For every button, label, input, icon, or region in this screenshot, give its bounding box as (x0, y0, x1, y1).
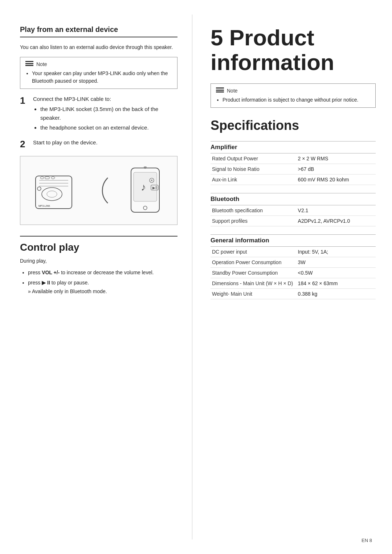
spec-label: Standby Power Consumption (211, 268, 297, 278)
chapter-num: 5 Productinformation (211, 25, 376, 75)
step1-num: 1 (20, 95, 33, 106)
svg-rect-0 (36, 176, 72, 209)
spec-label: Support profiles (211, 216, 297, 226)
spec-label: Dimensions - Main Unit (W × H × D) (211, 278, 297, 289)
step1: 1 Connect the MP3-LINK cable to: the MP3… (20, 95, 177, 133)
amplifier-table: Rated Output Power2 × 2 W RMSSignal to N… (211, 153, 376, 185)
spec-title: Specifications (211, 118, 376, 133)
spec-label: DC power input (211, 247, 297, 257)
step1-bullet-1: the MP3-LINK socket (3.5mm) on the back … (40, 105, 177, 122)
svg-rect-15 (144, 167, 147, 169)
note-text-right: Product information is subject to change… (222, 96, 370, 104)
step1-text: Connect the MP3-LINK cable to: (33, 96, 111, 102)
bluetooth-title: Bluetooth (211, 193, 376, 205)
spec-value: V2.1 (297, 205, 376, 216)
spec-label: Rated Output Power (211, 153, 297, 164)
spec-label: Operation Power Consumption (211, 257, 297, 268)
svg-text:♪: ♪ (141, 181, 146, 193)
page-number: EN 8 (362, 538, 372, 543)
control-bullet-1: press VOL +/- to increase or decrease th… (28, 268, 177, 277)
note-label-left: Note (36, 61, 47, 67)
svg-text:MP3-LINK: MP3-LINK (38, 205, 50, 207)
bluetooth-table: Bluetooth specificationV2.1Support profi… (211, 205, 376, 226)
spec-value: 0.388 kg (297, 289, 376, 299)
step1-bullets: the MP3-LINK socket (3.5mm) on the back … (33, 105, 177, 132)
note-box-right: Note Product information is subject to c… (211, 83, 376, 108)
table-row: Bluetooth specificationV2.1 (211, 205, 376, 216)
spec-value: 2 × 2 W RMS (297, 153, 376, 164)
spec-value: 3W (297, 257, 376, 268)
step2-num: 2 (20, 138, 33, 149)
table-row: Signal to Noise Ratio>67 dB (211, 164, 376, 175)
during-play-text: During play, (20, 257, 177, 265)
intro-text: You can also listen to an external audio… (20, 43, 177, 51)
step2: 2 Start to play on the device. (20, 138, 177, 149)
table-row: Rated Output Power2 × 2 W RMS (211, 153, 376, 164)
control-bullets: press VOL +/- to increase or decrease th… (20, 268, 177, 296)
svg-point-14 (143, 206, 147, 210)
spec-value: Input: 5V, 1A; (297, 247, 376, 257)
note-icon-left (25, 61, 33, 67)
step2-content: Start to play on the device. (33, 138, 177, 147)
connection-diagram: MP3-LINK (20, 156, 177, 225)
table-row: Aux-in Link600 mV RMS 20 kohm (211, 175, 376, 185)
svg-point-4 (42, 188, 62, 201)
table-row: Operation Power Consumption3W (211, 257, 376, 268)
amplifier-section: Amplifier Rated Output Power2 × 2 W RMSS… (211, 141, 376, 185)
spec-label: Bluetooth specification (211, 205, 297, 216)
note-text-left: Your speaker can play under MP3-LINK aud… (32, 70, 172, 85)
spec-value: <0.5W (297, 268, 376, 278)
table-row: Weight- Main Unit0.388 kg (211, 289, 376, 299)
spec-value: A2DPv1.2, AVRCPv1.0 (297, 216, 376, 226)
spec-label: Weight- Main Unit (211, 289, 297, 299)
table-row: Standby Power Consumption<0.5W (211, 268, 376, 278)
step1-content: Connect the MP3-LINK cable to: the MP3-L… (33, 95, 177, 133)
speaker-svg: MP3-LINK (32, 165, 90, 216)
table-row: Dimensions - Main Unit (W × H × D)184 × … (211, 278, 376, 289)
note-icon-right (216, 87, 224, 94)
svg-rect-9 (45, 177, 49, 179)
svg-text:▶II: ▶II (152, 186, 158, 190)
step2-text: Start to play on the device. (33, 139, 98, 145)
control-play-title: Control play (20, 236, 177, 253)
spec-label: Signal to Noise Ratio (211, 164, 297, 175)
chapter-heading: 5 Productinformation (211, 25, 376, 75)
spec-value: >67 dB (297, 164, 376, 175)
spec-label: Aux-in Link (211, 175, 297, 185)
svg-point-10 (51, 177, 55, 179)
note-label-right: Note (227, 88, 238, 94)
step1-bullet-2: the headphone socket on an external devi… (40, 123, 177, 132)
svg-point-7 (37, 187, 41, 190)
amplifier-title: Amplifier (211, 141, 376, 153)
cable-svg (101, 176, 115, 205)
section1-title: Play from an external device (20, 25, 177, 37)
svg-point-5 (47, 191, 57, 197)
table-row: Support profilesA2DPv1.2, AVRCPv1.0 (211, 216, 376, 226)
general-section: General information DC power inputInput:… (211, 234, 376, 299)
note-box-left: Note Your speaker can play under MP3-LIN… (20, 57, 177, 89)
spec-value: 184 × 62 × 63mm (297, 278, 376, 289)
bluetooth-section: Bluetooth Bluetooth specificationV2.1Sup… (211, 193, 376, 226)
general-table: DC power inputInput: 5V, 1A;Operation Po… (211, 247, 376, 299)
svg-point-19 (151, 180, 152, 181)
table-row: DC power inputInput: 5V, 1A; (211, 247, 376, 257)
control-sub-bullet: Available only in Bluetooth mode. (28, 287, 177, 296)
control-bullet-2: press ▶ II to play or pause. Available o… (28, 279, 177, 296)
spec-value: 600 mV RMS 20 kohm (297, 175, 376, 185)
svg-point-8 (40, 177, 44, 179)
general-title: General information (211, 234, 376, 247)
device-svg: ♪ ▶II (126, 165, 166, 216)
